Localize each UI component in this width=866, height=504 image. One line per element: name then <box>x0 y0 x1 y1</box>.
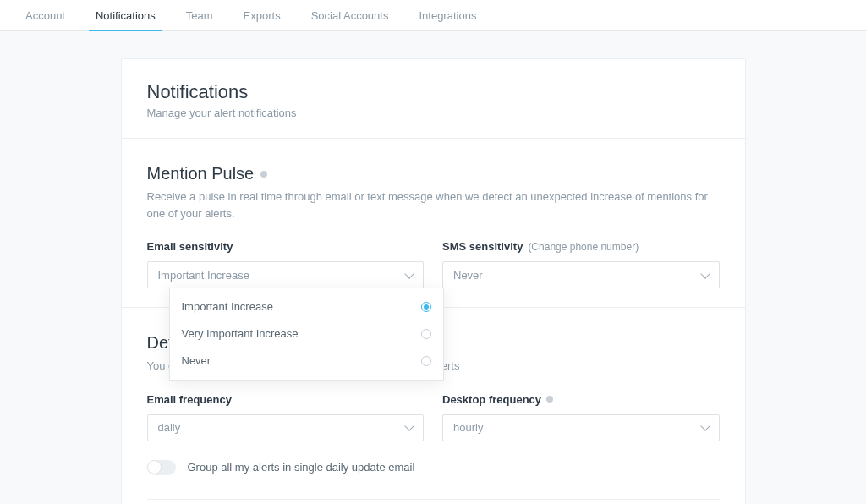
tab-exports[interactable]: Exports <box>237 0 288 31</box>
group-alerts-label: Group all my alerts in single daily upda… <box>188 461 415 474</box>
email-frequency-label: Email frequency <box>147 393 425 406</box>
dropdown-option-never[interactable]: Never <box>170 348 444 375</box>
email-frequency-value: daily <box>158 421 181 434</box>
tab-notifications[interactable]: Notifications <box>89 0 162 31</box>
desktop-frequency-select[interactable]: hourly <box>442 414 720 441</box>
toggle-knob <box>147 460 162 474</box>
email-sensitivity-label: Email sensitivity <box>147 240 425 253</box>
group-alerts-toggle[interactable] <box>147 460 176 475</box>
email-sensitivity-select[interactable]: Important Increase Important Increase Ve… <box>147 261 425 288</box>
desktop-frequency-label: Desktop frequency <box>442 393 720 406</box>
default-fields: Email frequency daily Desktop frequency … <box>147 393 720 441</box>
page-subtitle: Manage your alert notifications <box>147 107 720 119</box>
pulse-fields: Email sensitivity Important Increase Imp… <box>147 240 720 288</box>
sms-sensitivity-select[interactable]: Never <box>442 261 720 288</box>
email-sensitivity-value: Important Increase <box>158 269 249 282</box>
mention-pulse-title: Mention Pulse <box>147 164 720 184</box>
chevron-down-icon <box>700 421 710 430</box>
chevron-down-icon <box>404 269 414 278</box>
tab-bar: Account Notifications Team Exports Socia… <box>0 0 866 31</box>
dropdown-option-important[interactable]: Important Increase <box>170 293 444 320</box>
tab-social-accounts[interactable]: Social Accounts <box>304 0 396 31</box>
settings-card: Notifications Manage your alert notifica… <box>121 58 746 504</box>
chevron-down-icon <box>404 421 414 430</box>
group-alerts-row: Group all my alerts in single daily upda… <box>147 460 720 475</box>
sms-sensitivity-label-text: SMS sensitivity <box>442 240 523 253</box>
sms-sensitivity-label: SMS sensitivity (Change phone number) <box>442 240 720 253</box>
dropdown-option-label: Very Important Increase <box>182 320 299 348</box>
card-header: Notifications Manage your alert notifica… <box>122 59 745 139</box>
desktop-frequency-field: Desktop frequency hourly <box>442 393 720 441</box>
radio-icon <box>421 356 431 366</box>
radio-selected-icon <box>421 302 431 312</box>
radio-icon <box>421 329 431 339</box>
info-icon[interactable] <box>260 171 267 178</box>
email-sensitivity-dropdown: Important Increase Very Important Increa… <box>169 288 445 381</box>
tab-team[interactable]: Team <box>179 0 220 31</box>
sms-sensitivity-value: Never <box>453 269 483 282</box>
page-title: Notifications <box>147 81 720 103</box>
change-phone-link[interactable]: (Change phone number) <box>528 241 639 253</box>
dropdown-option-label: Important Increase <box>182 293 273 320</box>
info-icon[interactable] <box>546 396 553 403</box>
tab-integrations[interactable]: Integrations <box>412 0 483 31</box>
email-frequency-select[interactable]: daily <box>147 414 425 441</box>
tab-account[interactable]: Account <box>19 0 72 31</box>
mention-pulse-desc: Receive a pulse in real time through ema… <box>147 189 720 222</box>
mention-pulse-title-text: Mention Pulse <box>147 164 255 184</box>
dropdown-option-very-important[interactable]: Very Important Increase <box>170 320 444 348</box>
mention-pulse-section: Mention Pulse Receive a pulse in real ti… <box>122 139 745 308</box>
desktop-frequency-value: hourly <box>453 421 483 434</box>
sms-sensitivity-field: SMS sensitivity (Change phone number) Ne… <box>442 240 720 288</box>
email-sensitivity-field: Email sensitivity Important Increase Imp… <box>147 240 425 288</box>
chevron-down-icon <box>700 269 710 278</box>
dropdown-option-label: Never <box>182 348 211 375</box>
content-wrapper: Notifications Manage your alert notifica… <box>0 31 866 504</box>
email-frequency-field: Email frequency daily <box>147 393 425 441</box>
desktop-frequency-label-text: Desktop frequency <box>442 393 541 406</box>
